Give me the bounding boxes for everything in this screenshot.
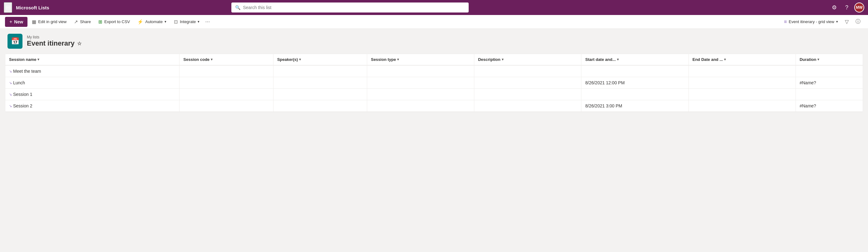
col-header-start-date[interactable]: Start date and... ▾ bbox=[581, 54, 688, 65]
page-title: Event itinerary bbox=[27, 39, 74, 48]
toolbar: + New ▦ Edit in grid view ↗ Share ⊞ Expo… bbox=[0, 15, 868, 29]
session-name-cell[interactable]: ↘Session 2 bbox=[5, 100, 180, 112]
session-type-sort-icon: ▾ bbox=[397, 58, 399, 62]
integrate-chevron-icon: ▾ bbox=[198, 20, 199, 24]
search-input[interactable] bbox=[243, 5, 465, 10]
table-cell[interactable] bbox=[367, 65, 474, 77]
view-lines-icon: ≡ bbox=[784, 19, 787, 25]
session-name-cell[interactable]: ↘Meet the team bbox=[5, 65, 180, 77]
table-row[interactable]: ↘Session 1 bbox=[5, 89, 863, 100]
col-header-description[interactable]: Description ▾ bbox=[474, 54, 581, 65]
toolbar-right: ≡ Event itinerary - grid view ▾ ▽ ⓘ bbox=[781, 17, 863, 27]
info-button[interactable]: ⓘ bbox=[853, 17, 863, 26]
table-header-row: Session name ▾ Session code ▾ Speaker(s)… bbox=[5, 54, 863, 65]
table-cell[interactable]: 8/26/2021 12:00 PM bbox=[581, 77, 688, 89]
table-row[interactable]: ↘Meet the team bbox=[5, 65, 863, 77]
table-cell[interactable] bbox=[273, 89, 367, 100]
table-cell[interactable] bbox=[796, 65, 863, 77]
top-nav: ⊞ Microsoft Lists 🔍 ⚙ ? MW bbox=[0, 0, 868, 15]
session-name-cell[interactable]: ↘Lunch bbox=[5, 77, 180, 89]
breadcrumb: My lists bbox=[27, 35, 82, 39]
page-title-row: Event itinerary ☆ bbox=[27, 39, 82, 48]
table-cell[interactable] bbox=[180, 100, 273, 112]
session-name-sort-icon: ▾ bbox=[37, 58, 39, 62]
table-cell[interactable] bbox=[688, 65, 796, 77]
table-cell[interactable] bbox=[581, 89, 688, 100]
export-csv-button[interactable]: ⊞ Export to CSV bbox=[95, 17, 133, 27]
search-bar: 🔍 bbox=[231, 2, 469, 12]
col-header-session-type[interactable]: Session type ▾ bbox=[367, 54, 474, 65]
table-cell[interactable] bbox=[581, 65, 688, 77]
page-header-text: My lists Event itinerary ☆ bbox=[27, 35, 82, 48]
session-name-value: Meet the team bbox=[13, 69, 41, 74]
automate-chevron-icon: ▾ bbox=[164, 20, 166, 24]
col-header-session-code[interactable]: Session code ▾ bbox=[180, 54, 273, 65]
table-cell[interactable] bbox=[688, 100, 796, 112]
table-cell[interactable]: 8/26/2021 3:00 PM bbox=[581, 100, 688, 112]
row-expand-icon: ↘ bbox=[9, 81, 12, 85]
row-expand-icon: ↘ bbox=[9, 69, 12, 73]
integrate-icon: ⊡ bbox=[174, 19, 178, 25]
page-header: 📅 My lists Event itinerary ☆ bbox=[0, 29, 868, 51]
filter-button[interactable]: ▽ bbox=[842, 18, 851, 26]
table-cell[interactable] bbox=[180, 77, 273, 89]
app-title: Microsoft Lists bbox=[16, 5, 49, 10]
duration-sort-icon: ▾ bbox=[817, 58, 819, 62]
session-name-value: Session 1 bbox=[13, 92, 32, 97]
event-table: Session name ▾ Session code ▾ Speaker(s)… bbox=[5, 54, 863, 112]
col-header-duration[interactable]: Duration ▾ bbox=[796, 54, 863, 65]
description-sort-icon: ▾ bbox=[502, 58, 504, 62]
session-name-value: Lunch bbox=[13, 80, 25, 85]
table-cell[interactable] bbox=[273, 100, 367, 112]
top-nav-right: ⚙ ? MW bbox=[829, 2, 864, 12]
table-cell[interactable] bbox=[367, 89, 474, 100]
row-expand-icon: ↘ bbox=[9, 104, 12, 108]
table-cell[interactable] bbox=[474, 65, 581, 77]
more-options-button[interactable]: ··· bbox=[204, 19, 211, 25]
view-selector[interactable]: ≡ Event itinerary - grid view ▾ bbox=[781, 17, 840, 27]
settings-icon[interactable]: ⚙ bbox=[829, 2, 839, 12]
plus-icon: + bbox=[9, 19, 12, 25]
waffle-icon[interactable]: ⊞ bbox=[4, 2, 12, 13]
view-chevron-icon: ▾ bbox=[836, 20, 838, 24]
search-icon: 🔍 bbox=[235, 5, 240, 10]
session-name-cell[interactable]: ↘Session 1 bbox=[5, 89, 180, 100]
table-row[interactable]: ↘Lunch8/26/2021 12:00 PM#Name? bbox=[5, 77, 863, 89]
new-button[interactable]: + New bbox=[5, 17, 28, 27]
table-cell[interactable] bbox=[474, 89, 581, 100]
speakers-sort-icon: ▾ bbox=[299, 58, 301, 62]
table-cell[interactable] bbox=[688, 77, 796, 89]
table-cell[interactable] bbox=[796, 89, 863, 100]
table-container: Session name ▾ Session code ▾ Speaker(s)… bbox=[5, 54, 863, 112]
table-cell[interactable] bbox=[474, 100, 581, 112]
table-cell[interactable] bbox=[367, 100, 474, 112]
avatar[interactable]: MW bbox=[854, 2, 864, 12]
end-date-sort-icon: ▾ bbox=[724, 58, 726, 62]
share-icon: ↗ bbox=[74, 19, 78, 25]
table-cell[interactable] bbox=[474, 77, 581, 89]
start-date-sort-icon: ▾ bbox=[617, 58, 619, 62]
row-expand-icon: ↘ bbox=[9, 92, 12, 96]
favorite-star-icon[interactable]: ☆ bbox=[77, 40, 82, 46]
automate-icon: ⚡ bbox=[137, 19, 143, 25]
table-cell[interactable]: #Name? bbox=[796, 100, 863, 112]
table-row[interactable]: ↘Session 28/26/2021 3:00 PM#Name? bbox=[5, 100, 863, 112]
table-cell[interactable] bbox=[367, 77, 474, 89]
integrate-button[interactable]: ⊡ Integrate ▾ bbox=[171, 17, 203, 27]
table-cell[interactable] bbox=[273, 65, 367, 77]
share-button[interactable]: ↗ Share bbox=[71, 17, 94, 27]
help-icon[interactable]: ? bbox=[842, 2, 852, 12]
grid-icon: ▦ bbox=[32, 19, 36, 25]
col-header-end-date[interactable]: End Date and ... ▾ bbox=[688, 54, 796, 65]
table-cell[interactable] bbox=[180, 89, 273, 100]
col-header-session-name[interactable]: Session name ▾ bbox=[5, 54, 180, 65]
table-cell[interactable] bbox=[180, 65, 273, 77]
table-cell[interactable]: #Name? bbox=[796, 77, 863, 89]
table-cell[interactable] bbox=[273, 77, 367, 89]
col-header-speakers[interactable]: Speaker(s) ▾ bbox=[273, 54, 367, 65]
table-cell[interactable] bbox=[688, 89, 796, 100]
edit-grid-button[interactable]: ▦ Edit in grid view bbox=[29, 17, 70, 27]
session-code-sort-icon: ▾ bbox=[211, 58, 213, 62]
excel-icon: ⊞ bbox=[98, 19, 102, 25]
automate-button[interactable]: ⚡ Automate ▾ bbox=[134, 17, 169, 27]
